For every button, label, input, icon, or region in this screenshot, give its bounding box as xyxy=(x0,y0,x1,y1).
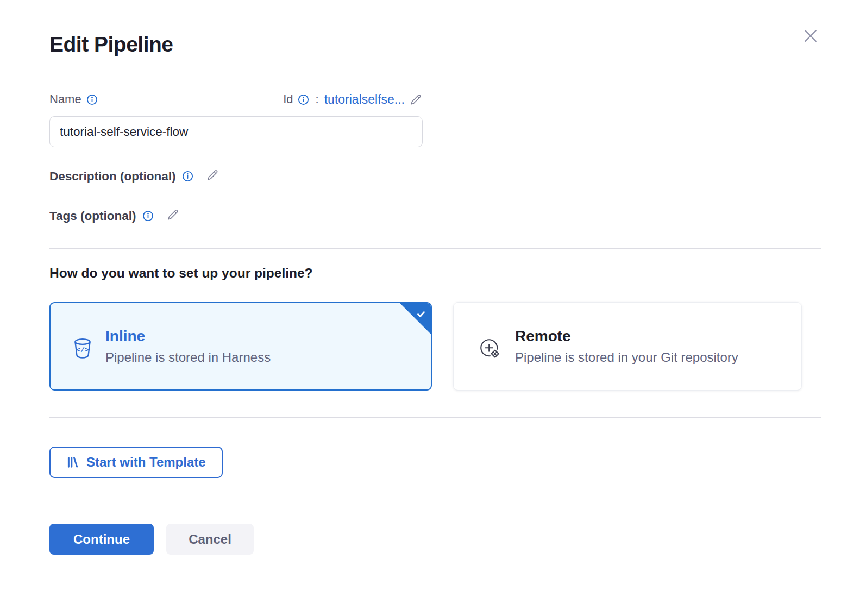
inline-option-title: Inline xyxy=(105,328,271,345)
setup-question: How do you want to set up your pipeline? xyxy=(49,266,313,281)
description-row: Description (optional) xyxy=(49,168,219,184)
description-label: Description (optional) xyxy=(49,169,176,184)
template-library-icon xyxy=(66,456,79,469)
name-id-row: Name Id : tutorialselfse... xyxy=(49,91,423,108)
continue-button[interactable]: Continue xyxy=(49,524,154,555)
id-info-icon[interactable] xyxy=(298,94,309,105)
inline-option-description: Pipeline is stored in Harness xyxy=(105,350,271,365)
tags-edit-pencil-icon[interactable] xyxy=(166,208,180,222)
selected-check-badge xyxy=(400,303,431,334)
remote-git-icon xyxy=(479,337,503,361)
id-edit-pencil-icon[interactable] xyxy=(409,93,423,106)
name-info-icon[interactable] xyxy=(86,94,98,105)
divider xyxy=(49,248,821,249)
pipeline-name-input[interactable] xyxy=(49,116,423,147)
tags-row: Tags (optional) xyxy=(49,208,180,224)
inline-harness-bucket-icon: </> xyxy=(72,337,93,360)
cancel-button[interactable]: Cancel xyxy=(166,524,254,555)
tags-label: Tags (optional) xyxy=(49,209,136,223)
remote-option-description: Pipeline is stored in your Git repositor… xyxy=(515,350,738,365)
option-card-remote[interactable]: Remote Pipeline is stored in your Git re… xyxy=(453,302,802,391)
id-value-link[interactable]: tutorialselfse... xyxy=(324,92,405,107)
id-label: Id xyxy=(283,92,293,106)
name-label: Name xyxy=(49,92,81,106)
description-info-icon[interactable] xyxy=(182,171,193,182)
description-edit-pencil-icon[interactable] xyxy=(206,168,219,182)
tags-info-icon[interactable] xyxy=(142,210,154,222)
close-icon[interactable] xyxy=(800,25,821,47)
start-with-template-label: Start with Template xyxy=(86,455,206,470)
dialog-title: Edit Pipeline xyxy=(49,33,173,56)
id-separator: : xyxy=(316,92,319,106)
start-with-template-button[interactable]: Start with Template xyxy=(49,447,223,478)
divider xyxy=(49,417,821,418)
svg-text:</>: </> xyxy=(77,345,89,354)
remote-option-title: Remote xyxy=(515,328,738,345)
option-card-inline[interactable]: </> Inline Pipeline is stored in Harness xyxy=(49,302,432,391)
check-icon xyxy=(415,308,427,320)
